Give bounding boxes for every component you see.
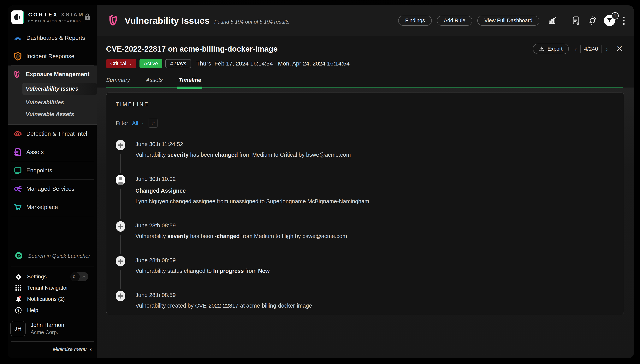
user-org: Acme Corp. [31,330,64,336]
timeline-event: June 30th 11:24:52 Vulnerability severit… [116,141,614,176]
tab-content: TIMELINE Filter: All ⌄ ↓↑ [97,88,634,358]
divider [564,16,564,25]
sidebar-item-label: Exposure Management [26,71,89,78]
sidebar-item-vulnerable-assets[interactable]: Vulnerable Assets [8,108,97,120]
exposure-management-section: Exposure Management Vulnerability Issues… [8,66,97,124]
chevron-down-icon: ⌄ [140,121,144,126]
sidebar-item-help[interactable]: ? Help [8,305,97,316]
kebab-menu-icon[interactable] [622,16,625,26]
event-text: Lynn Nguyen changed assignee from unassi… [135,198,614,204]
sidebar-item-vulnerability-issues[interactable]: Vulnerability Issues [23,83,97,95]
timeline-event: June 28th 08:59 Vulnerability created by… [116,292,614,309]
sidebar-item-label: Help [27,307,38,314]
logo-green-stripe [23,10,24,24]
lock-icon [84,13,90,21]
timeline-heading: TIMELINE [116,102,614,108]
timeline-event: June 28th 08:59 Vulnerability status cha… [116,257,614,292]
event-text: Vulnerability status changed to In progr… [135,268,614,274]
app-window: CORTEX XSIAM BY PALO ALTO NETWORKS Dashb… [8,6,634,358]
event-time: June 30th 11:24:52 [135,141,614,148]
event-time: June 28th 08:59 [135,257,614,264]
tab-timeline[interactable]: Timeline [178,77,201,83]
plus-icon [116,221,125,232]
severity-badge[interactable]: Critical ⌄ [106,59,136,68]
brand-secondary: XSIAM [61,12,84,18]
sidebar-item-label: Endpoints [26,167,52,174]
sidebar-item-detection-threat-intel[interactable]: Detection & Threat Intel [8,124,97,143]
grid-icon [15,285,22,291]
issue-title: CVE-2022-22817 on acme-billing-docker-im… [106,45,278,53]
tab-assets[interactable]: Assets [146,77,163,83]
incident-shield-icon [14,52,22,60]
findings-button[interactable]: Findings [398,16,432,26]
filter-value: All [132,120,138,126]
close-icon[interactable]: ✕ [616,45,623,53]
sidebar-item-endpoints[interactable]: Endpoints [8,161,97,180]
export-label: Export [548,46,563,52]
view-full-dashboard-button[interactable]: View Full Dashboard [477,16,539,26]
download-icon [539,46,544,52]
svg-text:?: ? [17,308,20,312]
severity-label: Critical [110,61,126,67]
bell-icon [15,296,22,302]
quick-launcher[interactable]: Search in Quick Launcher [8,246,97,266]
filter-dropdown[interactable]: All ⌄ [132,120,144,126]
event-text: Vulnerability severity has been -changed… [135,233,614,240]
sidebar-item-managed-services[interactable]: Managed Services [8,180,97,198]
event-text: Vulnerability created by CVE-2022-22817 … [135,302,614,309]
page-title: Vulnerability Issues [125,15,210,26]
add-rule-button[interactable]: Add Rule [437,16,472,26]
filter-count-badge: 1 [611,12,619,20]
brand-byline: BY PALO ALTO NETWORKS [28,19,84,22]
managed-services-icon [14,184,22,193]
sidebar-item-label: Managed Services [26,186,74,192]
sidebar-item-vulnerabilities[interactable]: Vulnerabilities [8,96,97,108]
header-buttons: Findings Add Rule View Full Dashboard [398,16,539,26]
sidebar-item-label: Incident Response [26,53,75,60]
sidebar-item-settings[interactable]: Settings ☾ ☼ [8,271,97,282]
detail-tabs: Summary Assets Timeline [106,77,623,88]
hide-charts-icon[interactable] [547,16,557,26]
help-icon: ? [15,307,22,314]
sidebar-item-notifications[interactable]: Notifications (2) [8,294,97,305]
vulnerability-shield-icon [109,14,120,27]
next-record-icon[interactable]: › [605,45,607,53]
user-profile[interactable]: JH John Harmon Acme Corp. [8,316,97,342]
minimize-menu-button[interactable]: Minimize menu ‹ [8,342,97,358]
plus-icon [116,256,125,266]
exposure-shield-icon [14,70,21,78]
results-count: Found 5,194 out of 5,194 results [214,19,290,25]
sidebar-item-label: Marketplace [26,204,58,210]
sidebar-item-incident-response[interactable]: Incident Response [8,47,97,65]
sidebar-item-label: Settings [27,274,47,280]
status-badge: Active [139,59,162,68]
plus-icon [116,291,125,301]
event-time: June 28th 08:59 [135,292,614,298]
export-button[interactable]: Export [533,44,569,54]
sort-order-button[interactable]: ↓↑ [149,119,157,128]
sidebar-item-exposure-management[interactable]: Exposure Management [8,66,97,83]
gear-icon [15,274,22,280]
event-text: Vulnerability severity has been changed … [135,152,614,158]
brand-header: CORTEX XSIAM BY PALO ALTO NETWORKS [8,6,97,28]
event-title: Changed Assignee [135,188,614,194]
filter-button[interactable]: 1 [604,15,616,26]
sidebar: CORTEX XSIAM BY PALO ALTO NETWORKS Dashb… [8,6,97,358]
sidebar-item-marketplace[interactable]: Marketplace [8,198,97,216]
chevron-left-icon: ‹ [90,346,92,352]
event-time: June 28th 08:59 [135,222,614,229]
sidebar-item-dashboards-reports[interactable]: Dashboards & Reports [8,29,97,47]
refresh-icon[interactable] [587,16,597,26]
sidebar-item-tenant-navigator[interactable]: Tenant Navigator [8,282,97,294]
report-download-icon[interactable] [571,16,581,26]
moon-icon: ☾ [70,272,80,281]
quick-launcher-icon [15,252,23,260]
prev-record-icon[interactable]: ‹ [575,45,577,53]
timeline-event: June 28th 08:59 Vulnerability severity h… [116,222,614,257]
record-position: 4/240 [584,46,598,52]
header-icons: 1 [547,15,625,26]
theme-toggle[interactable]: ☾ ☼ [70,272,88,281]
tab-summary[interactable]: Summary [106,77,130,83]
sidebar-item-assets[interactable]: Assets [8,143,97,161]
duration-badge: 4 Days [165,59,191,68]
